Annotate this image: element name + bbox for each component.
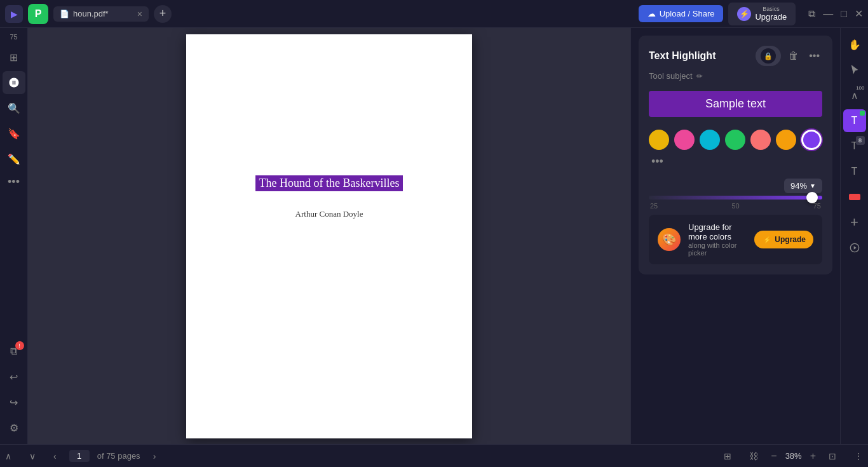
upgrade-text: Upgrade for more colors along with color…: [688, 222, 747, 257]
scroll-up-button[interactable]: ∧ 100: [843, 84, 866, 107]
upload-share-button[interactable]: ☁ Upload / Share: [639, 5, 724, 22]
pdf-tab[interactable]: 📄 houn.pdf* ×: [53, 6, 149, 22]
more-options-button[interactable]: •••: [806, 49, 822, 63]
upgrade-colors-icon: 🎨: [658, 228, 681, 251]
window-maximize-button[interactable]: □: [841, 8, 847, 20]
sidebar-item-copy[interactable]: ⧉ !: [3, 340, 25, 363]
lock-icon: 🔒: [761, 48, 776, 64]
window-restore-button[interactable]: ⧉: [808, 8, 815, 20]
link-view-button[interactable]: ⛓: [744, 449, 763, 464]
highlight-actions: 🔒 🗑 •••: [756, 46, 822, 66]
sidebar-item-bookmark[interactable]: 🔖: [3, 122, 25, 145]
upgrade-colors-button[interactable]: ⚡ Upgrade: [754, 231, 813, 248]
pointer-tool-button[interactable]: [843, 58, 866, 81]
slider-thumb[interactable]: [806, 192, 818, 203]
main-layout: 75 ⊞ 🔍 🔖 ✏️ ••• ⧉ ! ↩ ↪ ⚙ The Hound of t…: [0, 28, 868, 444]
color-swatch-purple[interactable]: [801, 130, 822, 150]
right-panel: Text Highlight 🔒 🗑 ••• Tool subject ✏ Sa…: [630, 28, 840, 444]
page-number-input[interactable]: [69, 450, 90, 462]
total-pages-label: of 75 pages: [97, 451, 140, 461]
tab-filename: houn.pdf*: [73, 9, 109, 18]
text-highlight-tool-button[interactable]: T: [843, 109, 866, 132]
zoom-in-button[interactable]: +: [810, 450, 816, 462]
window-controls: ⧉ — □ ✕: [808, 8, 863, 20]
upgrade-banner: 🎨 Upgrade for more colors along with col…: [649, 215, 822, 264]
nav-up-button[interactable]: ∧: [0, 449, 17, 464]
page-count-badge: 75: [10, 33, 17, 41]
delete-button[interactable]: 🗑: [786, 49, 801, 63]
more-view-button[interactable]: ⋮: [849, 449, 868, 464]
bottom-bar: ∧ ∨ ‹ of 75 pages › ⊞ ⛓ − 38% + ⊡ ⋮: [0, 444, 868, 467]
new-tab-button[interactable]: +: [154, 5, 172, 23]
color-swatch-cyan[interactable]: [700, 130, 720, 150]
highlight-panel: Text Highlight 🔒 🗑 ••• Tool subject ✏ Sa…: [639, 36, 832, 274]
sidebar-bottom: ⧉ ! ↩ ↪ ⚙: [3, 340, 25, 439]
slider-labels: 25 50 75: [649, 202, 822, 210]
tab-close-button[interactable]: ×: [137, 9, 142, 19]
active-tool-badge: [860, 111, 865, 116]
pdf-logo: P: [28, 4, 48, 24]
opacity-section: 94% ▼ 25 50 75: [649, 179, 822, 210]
tool-subject: Tool subject ✏: [649, 71, 822, 81]
sidebar-item-annotate[interactable]: ✏️: [3, 147, 25, 170]
stamp-tool-button[interactable]: [843, 186, 866, 208]
zoom-level-label: 38%: [781, 451, 806, 461]
topbar: ▶ P 📄 houn.pdf* × + ☁ Upload / Share ⚡ B…: [0, 0, 868, 28]
text-tool-button[interactable]: T 8: [843, 135, 866, 158]
pdf-author: Arthur Conan Doyle: [295, 209, 363, 219]
color-swatch-orange[interactable]: [776, 130, 796, 150]
window-close-button[interactable]: ✕: [855, 8, 863, 20]
pdf-area: The Hound of the Baskervilles Arthur Con…: [28, 28, 630, 444]
play-tool-button[interactable]: [843, 236, 866, 259]
opacity-value-badge: 94% ▼: [784, 179, 822, 193]
sidebar-item-read[interactable]: [3, 71, 25, 94]
window-minimize-button[interactable]: —: [823, 8, 833, 20]
left-sidebar: 75 ⊞ 🔍 🔖 ✏️ ••• ⧉ ! ↩ ↪ ⚙: [0, 28, 28, 444]
sidebar-item-redo[interactable]: ↪: [3, 391, 25, 414]
upgrade-icon: ⚡: [737, 7, 751, 21]
highlight-header: Text Highlight 🔒 🗑 •••: [649, 46, 822, 66]
sidebar-item-search[interactable]: 🔍: [3, 97, 25, 119]
upgrade-button[interactable]: ⚡ Basics Upgrade: [728, 3, 796, 25]
sidebar-more-button[interactable]: •••: [8, 175, 20, 189]
app-logo: ▶: [5, 5, 23, 23]
opacity-row: 94% ▼: [649, 179, 822, 193]
zoom-section: − 38% +: [771, 450, 816, 462]
color-swatch-green[interactable]: [725, 130, 745, 150]
color-swatch-pink[interactable]: [674, 130, 695, 150]
sample-text-preview: Sample text: [649, 91, 822, 117]
edit-subject-icon[interactable]: ✏: [696, 72, 703, 81]
grid-view-button[interactable]: ⊞: [719, 449, 736, 464]
pdf-page: The Hound of the Baskervilles Arthur Con…: [186, 34, 472, 438]
color-swatch-yellow[interactable]: [649, 130, 669, 150]
tab-icon: 📄: [60, 10, 69, 18]
sidebar-item-undo[interactable]: ↩: [3, 365, 25, 388]
add-tool-button[interactable]: +: [843, 211, 866, 234]
fit-page-button[interactable]: ⊡: [824, 449, 841, 464]
chevron-down-icon: ▼: [810, 182, 816, 189]
prev-page-button[interactable]: ‹: [48, 449, 62, 464]
opacity-slider[interactable]: [649, 196, 822, 200]
upgrade-small-icon: ⚡: [762, 234, 772, 245]
text-tool-badge: 8: [856, 136, 865, 145]
nav-down-button[interactable]: ∨: [24, 449, 41, 464]
stamp-icon: [849, 194, 860, 200]
text-alt-tool-button[interactable]: T: [843, 160, 866, 183]
cloud-icon: ☁: [648, 9, 656, 18]
sidebar-item-pages[interactable]: ⊞: [3, 46, 25, 69]
sidebar-item-settings[interactable]: ⚙: [3, 416, 25, 439]
next-page-button[interactable]: ›: [148, 449, 161, 464]
zoom-out-button[interactable]: −: [771, 450, 776, 462]
color-swatches: •••: [649, 130, 822, 168]
pdf-title: The Hound of the Baskervilles: [255, 175, 403, 191]
more-colors-button[interactable]: •••: [651, 155, 663, 168]
copy-badge: !: [15, 341, 24, 350]
color-swatch-red[interactable]: [750, 130, 771, 150]
lock-button[interactable]: 🔒: [756, 46, 781, 66]
hand-tool-button[interactable]: ✋: [843, 33, 866, 56]
right-tool-strip: ✋ ∧ 100 T T 8 T +: [840, 28, 868, 444]
svg-marker-1: [853, 246, 856, 249]
highlight-panel-title: Text Highlight: [649, 50, 715, 62]
